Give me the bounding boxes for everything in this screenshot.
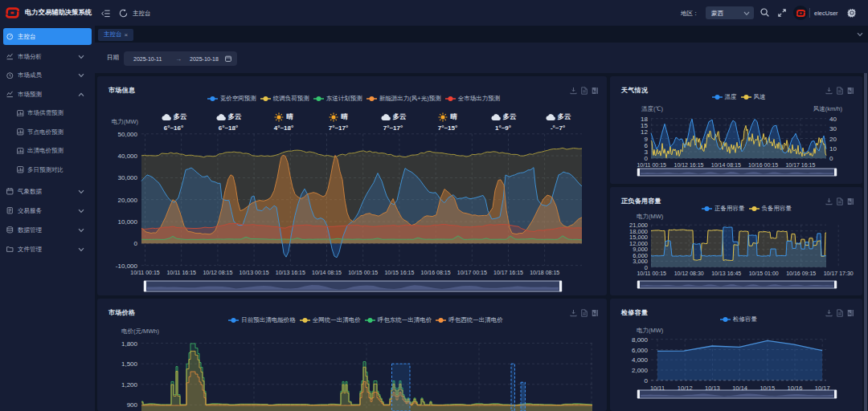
svg-text:10/14 08:15: 10/14 08:15: [711, 162, 741, 168]
svg-text:10/16 09:15: 10/16 09:15: [786, 271, 816, 276]
svg-text:10/11 00:15: 10/11 00:15: [637, 271, 666, 276]
svg-text:30: 30: [829, 125, 837, 132]
svg-text:10/15 00:15: 10/15 00:15: [348, 270, 378, 275]
svg-text:1,500: 1,500: [121, 360, 138, 368]
svg-text:1,200: 1,200: [121, 381, 138, 389]
svg-text:50,000: 50,000: [118, 131, 138, 138]
svg-text:10/17 16:15: 10/17 16:15: [493, 270, 523, 275]
svg-text:10/12 16:15: 10/12 16:15: [674, 162, 704, 168]
svg-text:风速(km/h): 风速(km/h): [813, 105, 843, 112]
svg-text:温度(℃): 温度(℃): [641, 105, 663, 112]
svg-text:10/13 00:15: 10/13 00:15: [240, 270, 269, 275]
svg-text:10/15 01:00: 10/15 01:00: [749, 271, 779, 276]
svg-text:10/17 16:15: 10/17 16:15: [785, 162, 815, 168]
svg-text:0: 0: [645, 377, 649, 385]
svg-text:电力(MW): 电力(MW): [637, 327, 664, 334]
svg-text:0: 0: [829, 155, 833, 162]
svg-text:电价(元/MWh): 电价(元/MWh): [121, 328, 160, 335]
svg-text:10/11 00:15: 10/11 00:15: [637, 162, 666, 168]
svg-text:20: 20: [829, 136, 837, 143]
svg-text:20,000: 20,000: [118, 197, 138, 204]
svg-text:1,800: 1,800: [121, 340, 138, 348]
svg-text:10/16 08:15: 10/16 08:15: [421, 270, 451, 275]
svg-text:-10,000: -10,000: [116, 262, 138, 270]
svg-text:10/17 17:30: 10/17 17:30: [824, 271, 854, 276]
svg-text:10/14 08:15: 10/14 08:15: [312, 270, 342, 275]
svg-text:10/11 00:15: 10/11 00:15: [130, 270, 160, 275]
svg-text:40: 40: [829, 116, 837, 123]
svg-text:10/16 00:15: 10/16 00:15: [748, 162, 778, 168]
svg-text:10/11 16:15: 10/11 16:15: [166, 270, 196, 275]
svg-text:10/12 08:15: 10/12 08:15: [203, 270, 232, 275]
svg-text:10/18 08:15: 10/18 08:15: [530, 270, 559, 275]
svg-text:2,000: 2,000: [632, 367, 649, 374]
svg-text:电力(MW): 电力(MW): [112, 118, 139, 125]
svg-text:0: 0: [134, 240, 138, 247]
svg-text:10/13 16:15: 10/13 16:15: [276, 270, 305, 275]
svg-text:10: 10: [829, 145, 837, 153]
svg-text:10/12 08:30: 10/12 08:30: [674, 271, 704, 276]
svg-text:10/17 00:15: 10/17 00:15: [457, 270, 487, 275]
svg-text:4,000: 4,000: [632, 356, 649, 364]
svg-text:10,000: 10,000: [118, 218, 138, 226]
svg-text:900: 900: [127, 401, 138, 409]
svg-text:10/13 16:45: 10/13 16:45: [711, 271, 741, 276]
svg-text:40,000: 40,000: [118, 153, 138, 160]
svg-text:30,000: 30,000: [118, 174, 138, 181]
svg-text:6,000: 6,000: [632, 347, 649, 354]
svg-text:8,000: 8,000: [632, 336, 649, 344]
svg-text:电力(MW): 电力(MW): [637, 213, 664, 220]
svg-text:10/15 16:15: 10/15 16:15: [384, 270, 414, 275]
